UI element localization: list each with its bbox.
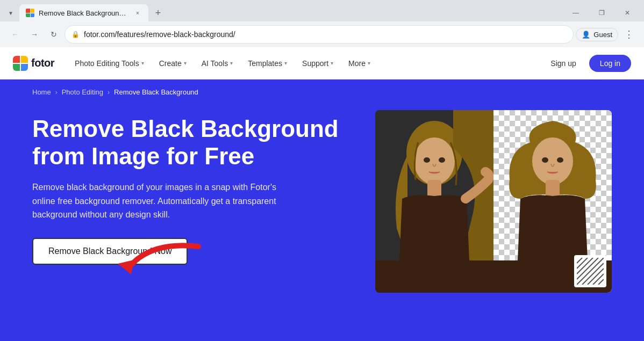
- chevron-down-icon: ▾: [368, 60, 370, 66]
- active-tab[interactable]: Remove Black Background fr... ×: [19, 4, 148, 21]
- maximize-button[interactable]: ❐: [589, 4, 614, 21]
- logo-icon: [13, 56, 28, 71]
- chevron-down-icon: ▾: [230, 60, 233, 66]
- site-navbar: fotor Photo Editing Tools ▾ Create ▾ AI …: [0, 47, 644, 79]
- original-image-half: [375, 110, 493, 293]
- svg-point-9: [542, 157, 548, 163]
- chevron-down-icon: ▾: [184, 60, 187, 66]
- breadcrumb: Home › Photo Editing › Remove Black Back…: [32, 79, 612, 105]
- nav-menu: Photo Editing Tools ▾ Create ▾ AI Tools …: [67, 47, 544, 79]
- svg-point-7: [532, 137, 573, 185]
- svg-line-15: [577, 258, 604, 285]
- login-button[interactable]: Log in: [589, 55, 631, 72]
- nav-support[interactable]: Support ▾: [295, 47, 341, 79]
- url-bar[interactable]: 🔒 fotor.com/features/remove-black-backgr…: [65, 25, 574, 43]
- nav-support-label: Support: [302, 59, 328, 68]
- svg-line-19: [598, 279, 604, 285]
- reload-button[interactable]: ↻: [45, 26, 62, 43]
- svg-line-11: [577, 258, 582, 263]
- logo-text: fotor: [31, 57, 54, 69]
- diagonal-decoration: [574, 255, 606, 287]
- browser-window: ▼ Remove Black Background fr... × + — ❐ …: [0, 0, 644, 47]
- nav-templates[interactable]: Templates ▾: [240, 47, 295, 79]
- window-controls: — ❐ ✕: [563, 4, 640, 21]
- breadcrumb-current: Remove Black Background: [114, 88, 198, 96]
- hero-content: Remove Black Background from Image for F…: [32, 105, 612, 293]
- woman-svg: [375, 110, 493, 293]
- hero-title: Remove Black Background from Image for F…: [32, 115, 354, 170]
- address-bar: ← → ↻ 🔒 fotor.com/features/remove-black-…: [0, 21, 644, 47]
- svg-point-10: [557, 157, 563, 163]
- nav-actions: Sign up Log in: [544, 55, 631, 72]
- hero-image-preview: [375, 110, 612, 293]
- svg-point-5: [424, 157, 430, 163]
- back-button[interactable]: ←: [6, 26, 24, 43]
- url-text: fotor.com/features/remove-black-backgrou…: [84, 30, 567, 39]
- signup-button[interactable]: Sign up: [544, 55, 582, 72]
- chevron-down-icon: ▾: [284, 60, 287, 66]
- svg-point-6: [439, 157, 445, 163]
- profile-button[interactable]: 👤 Guest: [576, 28, 618, 41]
- nav-photo-editing-tools-label: Photo Editing Tools: [75, 59, 139, 68]
- hero-cta-wrapper: Remove Black Background Now: [32, 238, 188, 265]
- chrome-menu-button[interactable]: ⋮: [620, 26, 638, 43]
- profile-label: Guest: [593, 31, 612, 39]
- tab-title: Remove Black Background fr...: [39, 9, 129, 17]
- hero-description: Remove black background of your images i…: [32, 180, 290, 222]
- nav-photo-editing-tools[interactable]: Photo Editing Tools ▾: [67, 47, 152, 79]
- close-button[interactable]: ✕: [615, 4, 640, 21]
- hero-left: Remove Black Background from Image for F…: [32, 110, 354, 265]
- svg-line-18: [593, 274, 604, 285]
- chevron-down-icon: ▾: [331, 60, 333, 66]
- remove-bg-cta-button[interactable]: Remove Black Background Now: [32, 238, 188, 265]
- nav-ai-tools-label: AI Tools: [202, 59, 228, 68]
- new-tab-button[interactable]: +: [151, 5, 166, 20]
- tab-favicon: [26, 9, 34, 17]
- breadcrumb-photo-editing[interactable]: Photo Editing: [62, 88, 103, 96]
- forward-button[interactable]: →: [26, 26, 43, 43]
- nav-more[interactable]: More ▾: [341, 47, 378, 79]
- hero-section: Home › Photo Editing › Remove Black Back…: [0, 79, 644, 341]
- nav-ai-tools[interactable]: AI Tools ▾: [194, 47, 241, 79]
- breadcrumb-home[interactable]: Home: [32, 88, 51, 96]
- hero-right: [375, 110, 612, 293]
- svg-line-14: [577, 258, 598, 279]
- logo[interactable]: fotor: [13, 56, 54, 71]
- svg-point-3: [414, 137, 455, 185]
- svg-line-16: [582, 263, 604, 285]
- nav-templates-label: Templates: [248, 59, 282, 68]
- lock-icon: 🔒: [71, 31, 80, 38]
- nav-create[interactable]: Create ▾: [152, 47, 194, 79]
- svg-line-12: [577, 258, 588, 269]
- breadcrumb-sep-1: ›: [55, 89, 58, 96]
- tab-bar: ▼ Remove Black Background fr... × + — ❐ …: [0, 0, 644, 21]
- tab-scroll-left[interactable]: ▼: [4, 6, 17, 19]
- nav-create-label: Create: [159, 59, 182, 68]
- nav-more-label: More: [348, 59, 366, 68]
- minimize-button[interactable]: —: [563, 4, 588, 21]
- tab-close-button[interactable]: ×: [133, 9, 142, 17]
- website-content: fotor Photo Editing Tools ▾ Create ▾ AI …: [0, 47, 644, 341]
- profile-icon: 👤: [582, 31, 590, 39]
- breadcrumb-sep-2: ›: [108, 89, 110, 96]
- chevron-down-icon: ▾: [141, 60, 144, 66]
